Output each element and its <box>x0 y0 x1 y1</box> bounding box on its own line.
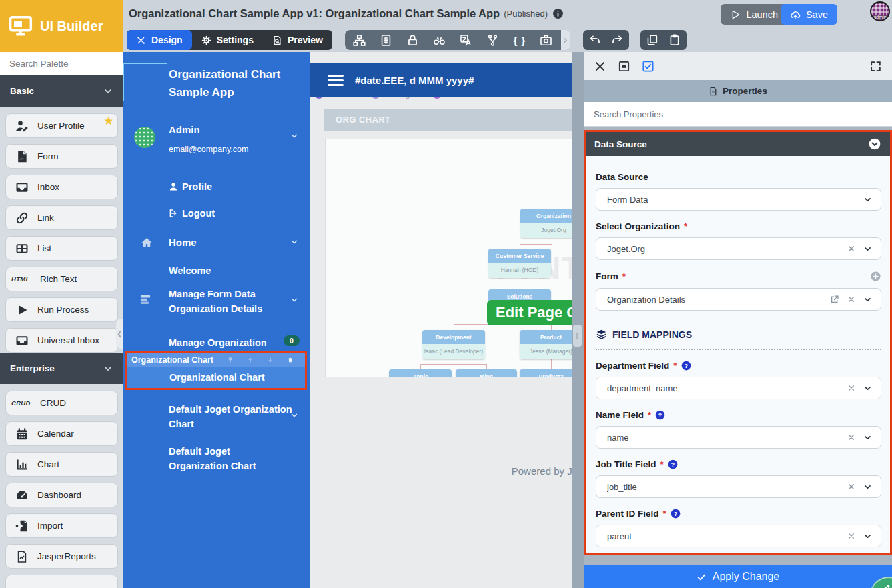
org-node-product2[interactable]: Product2 <box>520 369 572 377</box>
binoculars-icon[interactable] <box>426 30 453 50</box>
external-link-icon[interactable] <box>830 295 839 304</box>
clear-icon[interactable] <box>847 295 855 303</box>
menu-item-organizational-chart[interactable]: Organizational Chart <box>127 367 305 388</box>
more-tools-button[interactable] <box>561 30 570 50</box>
help-icon[interactable]: ? <box>681 361 691 371</box>
menu-item-manage-form-data[interactable]: Manage Form Data Organization Details <box>169 287 262 316</box>
palette-section-basic[interactable]: Basic <box>0 75 123 107</box>
org-node-annie[interactable]: Annie <box>389 369 452 377</box>
clear-icon[interactable] <box>847 532 855 540</box>
menu-item-default-joget-organization-chart[interactable]: Default Joget Organization Chart <box>169 402 292 431</box>
delete-icon[interactable] <box>288 355 293 365</box>
field-form-select[interactable]: Organization Details <box>596 288 881 311</box>
hamburger-icon[interactable] <box>328 75 344 86</box>
menu-item-profile[interactable]: Profile <box>169 181 212 192</box>
clear-icon[interactable] <box>847 245 855 253</box>
preview-app-title[interactable]: Organizational Chart Sample App <box>169 65 306 101</box>
menu-item-home[interactable]: Home <box>169 235 197 250</box>
palette-item-form[interactable]: Form <box>5 144 118 169</box>
palette-item-rich-text[interactable]: HTMLRich Text <box>5 267 118 291</box>
chevron-down-icon[interactable] <box>290 238 298 246</box>
chevron-down-icon[interactable] <box>290 132 298 140</box>
user-avatar[interactable]: admin <box>870 1 890 21</box>
palette-item-import[interactable]: Import <box>5 513 118 538</box>
palette-item-crud[interactable]: CRUDCRUD <box>5 391 118 415</box>
tab-preview[interactable]: Preview <box>263 30 332 50</box>
window-icon[interactable] <box>618 60 630 73</box>
field-data-source-select[interactable]: Form Data <box>596 188 881 211</box>
palette-item-chart[interactable]: Chart <box>5 452 118 477</box>
properties-search-input[interactable] <box>594 109 882 119</box>
palette-item-calendar[interactable]: Calendar <box>5 421 118 446</box>
org-node-organization[interactable]: OrganizationJoget.Org <box>520 209 572 238</box>
field-select-organization-select[interactable]: Joget.Org <box>596 237 881 260</box>
palette-item-link[interactable]: Link <box>5 205 118 230</box>
launch-button[interactable]: Launch <box>721 4 787 25</box>
org-node-development[interactable]: DevelopmentIsaac (Lead Developer) <box>422 330 485 359</box>
chevron-circle-icon[interactable] <box>868 137 881 151</box>
menu-item-welcome[interactable]: Welcome <box>169 263 211 278</box>
undo-icon[interactable] <box>589 34 601 46</box>
move-top-icon[interactable] <box>228 355 233 365</box>
move-up-icon[interactable] <box>248 355 253 365</box>
chevron-down-icon[interactable] <box>290 411 298 419</box>
palette-item-dashboard[interactable]: Dashboard <box>5 483 118 507</box>
palette-item-list[interactable]: List <box>5 236 118 261</box>
palette-item-inbox[interactable]: Inbox <box>5 175 118 199</box>
chevron-down-icon[interactable] <box>290 296 298 304</box>
field-name-field-select[interactable]: name <box>596 426 881 449</box>
close-icon[interactable] <box>594 60 606 73</box>
redo-icon[interactable] <box>611 34 623 46</box>
braces-icon[interactable]: { } <box>506 30 533 50</box>
chevron-down-icon[interactable] <box>863 483 872 491</box>
tab-settings[interactable]: Settings <box>192 30 263 50</box>
field-job-title-field-select[interactable]: job_title <box>596 475 881 498</box>
palette-search-input[interactable] <box>9 59 114 69</box>
tab-design[interactable]: Design <box>127 30 192 50</box>
expand-icon[interactable] <box>869 60 882 73</box>
move-down-icon[interactable] <box>268 355 273 365</box>
form-document-icon[interactable] <box>373 30 400 50</box>
org-node-product[interactable]: ProductJesse (Manager) <box>520 330 572 359</box>
palette-search[interactable] <box>0 52 123 75</box>
palette-item-universal-inbox[interactable]: Universal Inbox <box>5 328 118 353</box>
chevron-down-icon[interactable] <box>863 532 872 541</box>
org-node-customer-service[interactable]: Customer ServiceHannah (HOD) <box>488 249 551 278</box>
sitemap-icon[interactable] <box>346 30 373 50</box>
apply-change-button[interactable]: Apply Change <box>584 565 892 588</box>
clear-icon[interactable] <box>847 483 855 491</box>
help-icon[interactable]: ? <box>668 459 678 469</box>
palette-collapse-handle[interactable]: ❮ <box>116 319 123 349</box>
palette-item-item[interactable] <box>5 575 118 588</box>
panel-resize-handle[interactable]: ∥ <box>573 325 582 347</box>
branch-icon[interactable] <box>480 30 506 50</box>
field-parent-id-field-select[interactable]: parent <box>596 525 881 547</box>
palette-section-enterprise[interactable]: Enterprise <box>0 353 123 384</box>
clear-icon[interactable] <box>847 384 855 392</box>
menu-item-default-joget-organization-chart-2[interactable]: Default Joget Organization Chart <box>169 444 256 473</box>
paste-icon[interactable] <box>668 34 681 46</box>
menu-item-manage-organization[interactable]: Manage Organization <box>169 335 267 350</box>
palette-item-user-profile[interactable]: User Profile <box>5 113 118 138</box>
field-department-field-select[interactable]: department_name <box>596 377 881 399</box>
edit-page-component-button[interactable]: Edit Page Comp <box>487 300 572 325</box>
help-icon[interactable]: ? <box>671 509 681 519</box>
chevron-down-icon[interactable] <box>863 384 872 393</box>
properties-search[interactable] <box>584 102 892 127</box>
help-icon[interactable]: ? <box>655 410 665 420</box>
save-button[interactable]: Save <box>781 4 837 25</box>
lock-icon[interactable] <box>400 30 426 50</box>
clear-icon[interactable] <box>847 433 855 441</box>
org-node-ming[interactable]: Ming <box>456 369 517 377</box>
palette-item-jasperreports[interactable]: JasperReports <box>5 544 118 569</box>
palette-item-run-process[interactable]: Run Process <box>5 297 118 322</box>
menu-item-logout[interactable]: Logout <box>169 208 215 219</box>
data-source-section-header[interactable]: Data Source <box>586 132 890 156</box>
copy-icon[interactable] <box>646 34 658 46</box>
info-icon[interactable] <box>552 8 564 19</box>
chevron-down-icon[interactable] <box>863 195 872 204</box>
add-icon[interactable] <box>870 271 881 282</box>
checkbox-checked-icon[interactable] <box>642 60 654 73</box>
chevron-down-icon[interactable] <box>863 295 872 304</box>
chevron-down-icon[interactable] <box>863 245 872 253</box>
